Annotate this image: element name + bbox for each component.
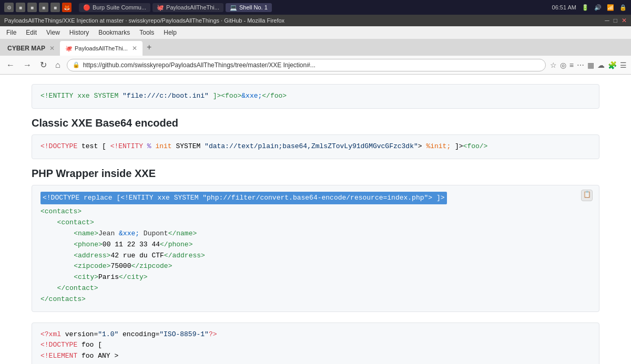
menu-file[interactable]: File: [2, 28, 21, 37]
php-address-val: 42 rue du CTF: [110, 252, 164, 259]
close-button[interactable]: ✕: [622, 17, 627, 24]
classic-xxe-code-block: <!DOCTYPE test [ <!ENTITY % init SYSTEM …: [32, 134, 599, 159]
os-network-icon: 📶: [607, 4, 614, 11]
php-phone-close: </phone>: [160, 241, 192, 248]
os-time: 06:51 AM: [552, 4, 576, 11]
cyber-map-tab-close[interactable]: ✕: [49, 45, 55, 52]
home-button[interactable]: ⌂: [53, 59, 63, 71]
xml-element: <!ELEMENT: [40, 352, 77, 360]
xml-version-val: "1.0": [98, 330, 118, 338]
url-text: https://github.com/swisskyrepo/PayloadsA…: [83, 61, 540, 69]
menu-history[interactable]: History: [65, 28, 93, 37]
classic-system: SYSTEM: [172, 142, 205, 150]
php-highlighted-line: <!DOCTYPE replace [<!ENTITY xxe SYSTEM "…: [40, 192, 447, 205]
os-taskbar-tabs: 🔴 Burp Suite Commu... 🐙 PayloadsAllTheTh…: [79, 3, 549, 12]
os-tab-payloads-label: PayloadsAllTheThi...: [166, 4, 219, 11]
browser-title-text: PayloadsAllTheThings/XXE Injection at ma…: [4, 17, 605, 24]
browser-window-controls: ─ □ ✕: [605, 17, 627, 24]
overflow-menu[interactable]: ⋯: [577, 61, 584, 69]
os-status-area: 06:51 AM 🔋 🔊 📶 🔒: [552, 4, 627, 11]
extensions-icon[interactable]: 🧩: [608, 61, 617, 69]
tab-cyber-map[interactable]: CYBER MAP ✕: [2, 41, 60, 56]
os-icon-1[interactable]: ⚙: [4, 3, 14, 12]
classic-test: test [: [77, 142, 110, 150]
browser-titlebar: PayloadsAllTheThings/XXE Injection at ma…: [0, 15, 631, 26]
php-contact-close: </contact>: [40, 284, 98, 292]
shell-icon: 💻: [230, 4, 237, 11]
refresh-button[interactable]: ↻: [38, 59, 49, 71]
page-content: <!ENTITY xxe SYSTEM "file:///c:/boot.ini…: [0, 75, 631, 364]
menu-tools[interactable]: Tools: [135, 28, 158, 37]
url-bar[interactable]: 🔒 https://github.com/swisskyrepo/Payload…: [67, 59, 546, 71]
xml-version-attr: version=: [61, 330, 98, 338]
hamburger-menu[interactable]: ☰: [620, 61, 627, 69]
xml-doctype: <!DOCTYPE: [40, 341, 77, 349]
cyber-map-tab-label: CYBER MAP: [7, 45, 45, 52]
os-lock-icon: 🔒: [619, 4, 627, 11]
reader-icon[interactable]: ≡: [569, 61, 574, 69]
php-wrapper-code-block: 📋 <!DOCTYPE replace [<!ENTITY xxe SYSTEM…: [32, 185, 599, 312]
classic-foo: <foo/>: [463, 142, 488, 150]
php-zip-val: 75000: [110, 262, 131, 270]
classic-data-url: "data://text/plain;base64,ZmlsZTovLy91dG…: [205, 142, 418, 150]
address-bar-icons: ☆ ◎ ≡ ⋯ ▦ ☁ 🧩 ☰: [550, 61, 627, 69]
os-icon-4[interactable]: ■: [39, 3, 48, 12]
classic-entity: <!ENTITY: [110, 142, 143, 150]
xml-decl: <?xml: [40, 330, 61, 338]
payloads-tab-close[interactable]: ✕: [132, 45, 137, 52]
os-tab-payloads[interactable]: 🐙 PayloadsAllTheThi...: [152, 3, 223, 12]
php-address-open: <address>: [40, 252, 110, 259]
top-code-entity: <!ENTITY xxe SYSTEM: [40, 92, 123, 100]
php-address-close: </address>: [164, 252, 205, 259]
xml-decl-close: ?>: [209, 330, 217, 338]
os-taskbar-icons: ⚙ ■ ■ ■ ■ 🦊: [4, 3, 72, 12]
os-tab-shell-label: Shell No. 1: [239, 4, 268, 11]
back-button[interactable]: ←: [4, 59, 17, 71]
os-tab-shell[interactable]: 💻 Shell No. 1: [226, 3, 272, 12]
menu-view[interactable]: View: [42, 28, 64, 37]
php-contacts-close: </contacts>: [40, 295, 86, 303]
menu-bookmarks[interactable]: Bookmarks: [94, 28, 134, 37]
os-icon-2[interactable]: ■: [16, 3, 25, 12]
php-contact-open: <contact>: [40, 219, 94, 226]
browser-tab-bar: CYBER MAP ✕ 🐙 PayloadsAllTheThi... ✕ +: [0, 39, 631, 56]
php-city-close: </city>: [119, 273, 148, 281]
os-volume-icon: 🔊: [594, 4, 602, 11]
os-icon-3[interactable]: ■: [27, 3, 37, 12]
minimize-button[interactable]: ─: [605, 17, 609, 24]
forward-button[interactable]: →: [21, 59, 34, 71]
top-code-string: "file:///c:/boot.ini": [123, 92, 209, 100]
xml-foo-name: foo [: [77, 341, 102, 349]
php-city-open: <city>: [40, 273, 98, 281]
php-contacts-open: <contacts>: [40, 207, 82, 215]
os-tab-burp-label: Burp Suite Commu...: [93, 4, 146, 11]
ssl-lock-icon: 🔒: [73, 61, 80, 68]
copy-icon[interactable]: 📋: [581, 190, 593, 201]
os-icon-5[interactable]: ■: [50, 3, 60, 12]
php-zip-close: </zipcode>: [131, 262, 172, 270]
os-icon-firefox[interactable]: 🦊: [62, 3, 72, 12]
php-phone-open: <phone>: [40, 241, 103, 248]
burp-icon: 🔴: [83, 4, 90, 11]
menu-bar: File Edit View History Bookmarks Tools H…: [0, 26, 631, 39]
sync-icon[interactable]: ☁: [597, 61, 605, 69]
maximize-button[interactable]: □: [614, 17, 617, 24]
top-code-xxe-ref: &xxe;: [241, 92, 262, 100]
php-name-close: </name>: [168, 230, 197, 237]
menu-edit[interactable]: Edit: [22, 28, 41, 37]
classic-doctype: <!DOCTYPE: [40, 142, 77, 150]
menu-help[interactable]: Help: [159, 28, 181, 37]
pocket-icon[interactable]: ◎: [560, 61, 566, 69]
xml-encoding-val: "ISO-8859-1": [159, 330, 209, 338]
address-bar: ← → ↻ ⌂ 🔒 https://github.com/swisskyrepo…: [0, 56, 631, 75]
xml-encoding-attr: encoding=: [118, 330, 159, 338]
bookmarks-icon[interactable]: ☆: [550, 61, 557, 69]
sidebar-toggle[interactable]: ▦: [587, 61, 594, 69]
php-name-jean: Jean: [98, 230, 119, 237]
classic-percent: %: [143, 142, 155, 150]
php-phone-val: 00 11 22 33 44: [103, 241, 160, 248]
classic-init-ref: %init;: [426, 142, 451, 150]
new-tab-button[interactable]: +: [145, 43, 154, 52]
tab-payloads-main[interactable]: 🐙 PayloadsAllTheThi... ✕: [60, 41, 143, 56]
os-tab-burp[interactable]: 🔴 Burp Suite Commu...: [79, 3, 150, 12]
